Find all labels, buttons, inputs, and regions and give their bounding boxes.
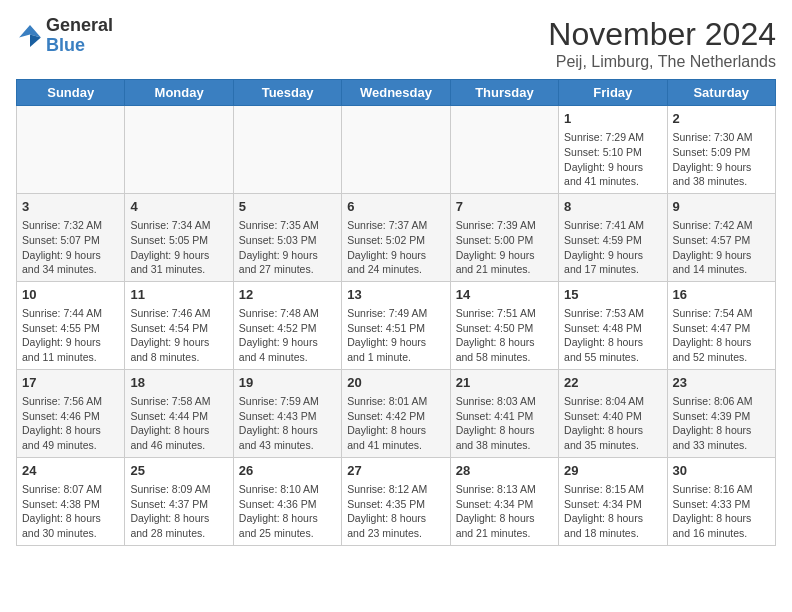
day-info: Sunrise: 7:30 AMSunset: 5:09 PMDaylight:… bbox=[673, 130, 770, 189]
day-info: Sunrise: 7:58 AMSunset: 4:44 PMDaylight:… bbox=[130, 394, 227, 453]
page-subtitle: Peij, Limburg, The Netherlands bbox=[548, 53, 776, 71]
day-number: 7 bbox=[456, 198, 553, 216]
col-header-tuesday: Tuesday bbox=[233, 80, 341, 106]
day-number: 14 bbox=[456, 286, 553, 304]
day-number: 16 bbox=[673, 286, 770, 304]
calendar-cell: 2Sunrise: 7:30 AMSunset: 5:09 PMDaylight… bbox=[667, 106, 775, 194]
calendar-week-row: 17Sunrise: 7:56 AMSunset: 4:46 PMDayligh… bbox=[17, 369, 776, 457]
calendar-cell bbox=[342, 106, 450, 194]
day-info: Sunrise: 7:53 AMSunset: 4:48 PMDaylight:… bbox=[564, 306, 661, 365]
calendar-cell: 8Sunrise: 7:41 AMSunset: 4:59 PMDaylight… bbox=[559, 193, 667, 281]
day-info: Sunrise: 8:04 AMSunset: 4:40 PMDaylight:… bbox=[564, 394, 661, 453]
calendar-cell: 14Sunrise: 7:51 AMSunset: 4:50 PMDayligh… bbox=[450, 281, 558, 369]
day-info: Sunrise: 7:44 AMSunset: 4:55 PMDaylight:… bbox=[22, 306, 119, 365]
day-number: 9 bbox=[673, 198, 770, 216]
calendar-body: 1Sunrise: 7:29 AMSunset: 5:10 PMDaylight… bbox=[17, 106, 776, 546]
calendar-header: SundayMondayTuesdayWednesdayThursdayFrid… bbox=[17, 80, 776, 106]
day-info: Sunrise: 7:39 AMSunset: 5:00 PMDaylight:… bbox=[456, 218, 553, 277]
calendar-cell: 23Sunrise: 8:06 AMSunset: 4:39 PMDayligh… bbox=[667, 369, 775, 457]
logo-icon bbox=[16, 22, 44, 50]
day-number: 17 bbox=[22, 374, 119, 392]
day-info: Sunrise: 7:51 AMSunset: 4:50 PMDaylight:… bbox=[456, 306, 553, 365]
calendar-cell bbox=[450, 106, 558, 194]
calendar-table: SundayMondayTuesdayWednesdayThursdayFrid… bbox=[16, 79, 776, 546]
day-info: Sunrise: 8:06 AMSunset: 4:39 PMDaylight:… bbox=[673, 394, 770, 453]
calendar-cell: 9Sunrise: 7:42 AMSunset: 4:57 PMDaylight… bbox=[667, 193, 775, 281]
day-number: 2 bbox=[673, 110, 770, 128]
calendar-cell: 1Sunrise: 7:29 AMSunset: 5:10 PMDaylight… bbox=[559, 106, 667, 194]
day-number: 11 bbox=[130, 286, 227, 304]
calendar-cell: 17Sunrise: 7:56 AMSunset: 4:46 PMDayligh… bbox=[17, 369, 125, 457]
calendar-cell bbox=[17, 106, 125, 194]
col-header-saturday: Saturday bbox=[667, 80, 775, 106]
calendar-cell: 27Sunrise: 8:12 AMSunset: 4:35 PMDayligh… bbox=[342, 457, 450, 545]
calendar-week-row: 3Sunrise: 7:32 AMSunset: 5:07 PMDaylight… bbox=[17, 193, 776, 281]
day-info: Sunrise: 7:32 AMSunset: 5:07 PMDaylight:… bbox=[22, 218, 119, 277]
day-number: 23 bbox=[673, 374, 770, 392]
calendar-cell bbox=[125, 106, 233, 194]
col-header-sunday: Sunday bbox=[17, 80, 125, 106]
day-number: 22 bbox=[564, 374, 661, 392]
day-number: 6 bbox=[347, 198, 444, 216]
day-info: Sunrise: 8:12 AMSunset: 4:35 PMDaylight:… bbox=[347, 482, 444, 541]
day-number: 10 bbox=[22, 286, 119, 304]
logo-line2: Blue bbox=[46, 36, 113, 56]
calendar-cell: 13Sunrise: 7:49 AMSunset: 4:51 PMDayligh… bbox=[342, 281, 450, 369]
calendar-cell: 30Sunrise: 8:16 AMSunset: 4:33 PMDayligh… bbox=[667, 457, 775, 545]
logo-text: General Blue bbox=[46, 16, 113, 56]
calendar-cell: 3Sunrise: 7:32 AMSunset: 5:07 PMDaylight… bbox=[17, 193, 125, 281]
day-info: Sunrise: 7:29 AMSunset: 5:10 PMDaylight:… bbox=[564, 130, 661, 189]
day-number: 19 bbox=[239, 374, 336, 392]
day-number: 30 bbox=[673, 462, 770, 480]
calendar-cell bbox=[233, 106, 341, 194]
day-number: 28 bbox=[456, 462, 553, 480]
calendar-cell: 19Sunrise: 7:59 AMSunset: 4:43 PMDayligh… bbox=[233, 369, 341, 457]
calendar-cell: 7Sunrise: 7:39 AMSunset: 5:00 PMDaylight… bbox=[450, 193, 558, 281]
day-info: Sunrise: 7:48 AMSunset: 4:52 PMDaylight:… bbox=[239, 306, 336, 365]
day-info: Sunrise: 8:09 AMSunset: 4:37 PMDaylight:… bbox=[130, 482, 227, 541]
day-info: Sunrise: 8:15 AMSunset: 4:34 PMDaylight:… bbox=[564, 482, 661, 541]
day-info: Sunrise: 7:37 AMSunset: 5:02 PMDaylight:… bbox=[347, 218, 444, 277]
day-info: Sunrise: 7:56 AMSunset: 4:46 PMDaylight:… bbox=[22, 394, 119, 453]
day-number: 3 bbox=[22, 198, 119, 216]
col-header-wednesday: Wednesday bbox=[342, 80, 450, 106]
day-number: 5 bbox=[239, 198, 336, 216]
day-number: 24 bbox=[22, 462, 119, 480]
day-info: Sunrise: 7:59 AMSunset: 4:43 PMDaylight:… bbox=[239, 394, 336, 453]
page-title: November 2024 bbox=[548, 16, 776, 53]
day-info: Sunrise: 7:35 AMSunset: 5:03 PMDaylight:… bbox=[239, 218, 336, 277]
calendar-cell: 10Sunrise: 7:44 AMSunset: 4:55 PMDayligh… bbox=[17, 281, 125, 369]
col-header-monday: Monday bbox=[125, 80, 233, 106]
calendar-cell: 16Sunrise: 7:54 AMSunset: 4:47 PMDayligh… bbox=[667, 281, 775, 369]
day-info: Sunrise: 7:41 AMSunset: 4:59 PMDaylight:… bbox=[564, 218, 661, 277]
calendar-cell: 4Sunrise: 7:34 AMSunset: 5:05 PMDaylight… bbox=[125, 193, 233, 281]
day-number: 21 bbox=[456, 374, 553, 392]
calendar-cell: 24Sunrise: 8:07 AMSunset: 4:38 PMDayligh… bbox=[17, 457, 125, 545]
calendar-cell: 25Sunrise: 8:09 AMSunset: 4:37 PMDayligh… bbox=[125, 457, 233, 545]
day-info: Sunrise: 8:07 AMSunset: 4:38 PMDaylight:… bbox=[22, 482, 119, 541]
day-number: 13 bbox=[347, 286, 444, 304]
day-number: 4 bbox=[130, 198, 227, 216]
header-row: SundayMondayTuesdayWednesdayThursdayFrid… bbox=[17, 80, 776, 106]
calendar-cell: 20Sunrise: 8:01 AMSunset: 4:42 PMDayligh… bbox=[342, 369, 450, 457]
day-info: Sunrise: 8:03 AMSunset: 4:41 PMDaylight:… bbox=[456, 394, 553, 453]
day-info: Sunrise: 7:42 AMSunset: 4:57 PMDaylight:… bbox=[673, 218, 770, 277]
day-number: 15 bbox=[564, 286, 661, 304]
day-info: Sunrise: 7:34 AMSunset: 5:05 PMDaylight:… bbox=[130, 218, 227, 277]
calendar-cell: 21Sunrise: 8:03 AMSunset: 4:41 PMDayligh… bbox=[450, 369, 558, 457]
day-number: 18 bbox=[130, 374, 227, 392]
day-number: 27 bbox=[347, 462, 444, 480]
calendar-cell: 28Sunrise: 8:13 AMSunset: 4:34 PMDayligh… bbox=[450, 457, 558, 545]
calendar-cell: 15Sunrise: 7:53 AMSunset: 4:48 PMDayligh… bbox=[559, 281, 667, 369]
day-info: Sunrise: 8:16 AMSunset: 4:33 PMDaylight:… bbox=[673, 482, 770, 541]
day-number: 25 bbox=[130, 462, 227, 480]
page-header: General Blue November 2024 Peij, Limburg… bbox=[16, 16, 776, 71]
logo-line1: General bbox=[46, 16, 113, 36]
calendar-cell: 6Sunrise: 7:37 AMSunset: 5:02 PMDaylight… bbox=[342, 193, 450, 281]
calendar-cell: 12Sunrise: 7:48 AMSunset: 4:52 PMDayligh… bbox=[233, 281, 341, 369]
day-number: 8 bbox=[564, 198, 661, 216]
calendar-week-row: 10Sunrise: 7:44 AMSunset: 4:55 PMDayligh… bbox=[17, 281, 776, 369]
col-header-thursday: Thursday bbox=[450, 80, 558, 106]
day-number: 26 bbox=[239, 462, 336, 480]
day-info: Sunrise: 7:54 AMSunset: 4:47 PMDaylight:… bbox=[673, 306, 770, 365]
